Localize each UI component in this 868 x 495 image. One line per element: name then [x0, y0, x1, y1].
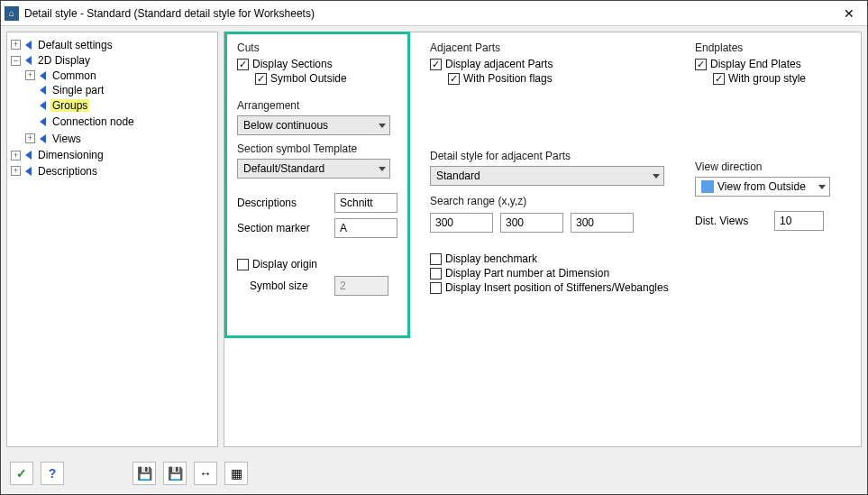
- search-range-row: [430, 213, 673, 233]
- with-position-flags-row: With Position flags: [448, 72, 673, 85]
- display-adjacent-checkbox[interactable]: [430, 59, 442, 70]
- display-endplates-checkbox[interactable]: [695, 59, 707, 70]
- benchmark-group: Display benchmark Display Part number at…: [430, 252, 673, 294]
- grid-button[interactable]: ▦: [224, 462, 248, 485]
- tree-label: Dimensioning: [36, 149, 105, 161]
- adjacent-group: Adjacent Parts Display adjacent Parts Wi…: [430, 41, 673, 233]
- expand-placeholder: [25, 85, 35, 95]
- save-all-button[interactable]: 💾: [163, 462, 187, 485]
- app-icon: ⌂: [5, 6, 19, 21]
- endplates-group: Endplates Display End Plates With group …: [695, 41, 848, 85]
- expand-icon[interactable]: +: [25, 70, 35, 80]
- chevron-down-icon: [653, 174, 660, 179]
- settings-tree: + Default settings – 2D Display: [9, 36, 215, 179]
- adjacent-style-combo[interactable]: Standard: [430, 166, 664, 186]
- dist-views-label: Dist. Views: [695, 215, 767, 227]
- node-arrow-icon: [25, 56, 32, 65]
- tree-item-dimensioning[interactable]: + Dimensioning: [11, 149, 105, 161]
- chevron-down-icon: [818, 185, 826, 189]
- dialog-window: ⌂ Detail style - Standard (Standard deta…: [0, 0, 868, 495]
- display-endplates-label: Display End Plates: [710, 58, 801, 70]
- section-marker-input[interactable]: [334, 218, 397, 238]
- tree-item-default-settings[interactable]: + Default settings: [11, 39, 114, 51]
- section-marker-label: Section marker: [237, 222, 327, 234]
- tree-item-common[interactable]: + Common: [25, 69, 98, 82]
- display-endplates-row: Display End Plates: [695, 58, 848, 70]
- help-button[interactable]: ?: [41, 462, 64, 485]
- view-direction-value: View from Outside: [717, 180, 806, 193]
- expand-placeholder: [25, 116, 35, 126]
- display-insert-label: Display Insert position of Stiffeners/We…: [445, 281, 669, 294]
- tree-label: Default settings: [36, 39, 114, 51]
- save-button[interactable]: 💾: [132, 462, 156, 485]
- display-insert-row: Display Insert position of Stiffeners/We…: [430, 281, 673, 294]
- node-arrow-icon: [40, 101, 46, 110]
- ok-button[interactable]: ✓: [10, 462, 33, 485]
- dist-views-row: Dist. Views: [695, 211, 848, 231]
- tree-item-2d-display[interactable]: – 2D Display: [11, 54, 92, 67]
- symbol-size-label: Symbol size: [237, 280, 327, 292]
- view-icon: [701, 180, 714, 193]
- expand-icon[interactable]: +: [11, 151, 21, 160]
- node-arrow-icon: [40, 134, 46, 143]
- search-z-input[interactable]: [571, 213, 634, 233]
- dist-views-input[interactable]: [774, 211, 824, 231]
- display-insert-checkbox[interactable]: [430, 282, 442, 294]
- adjacent-style-label: Detail style for adjacent Parts: [430, 150, 673, 162]
- tree-label: Common: [50, 69, 98, 82]
- section-template-value: Default/Standard: [243, 162, 324, 175]
- with-group-style-checkbox[interactable]: [713, 73, 725, 85]
- display-benchmark-label: Display benchmark: [445, 252, 537, 265]
- chevron-down-icon: [379, 124, 386, 128]
- symbol-size-input: [334, 276, 388, 296]
- display-sections-checkbox[interactable]: [237, 59, 249, 70]
- display-partnum-label: Display Part number at Dimension: [445, 267, 609, 280]
- node-arrow-icon: [25, 151, 32, 160]
- search-x-input[interactable]: [430, 213, 493, 233]
- symbol-size-row: Symbol size: [237, 276, 408, 296]
- tree-label: Groups: [50, 99, 89, 112]
- origin-group: Display origin Symbol size: [237, 258, 408, 296]
- with-position-flags-label: With Position flags: [463, 72, 553, 85]
- tree-label: 2D Display: [36, 54, 92, 67]
- search-y-input[interactable]: [500, 213, 563, 233]
- tree-label: Single part: [50, 84, 105, 96]
- swap-button[interactable]: ↔: [194, 462, 217, 485]
- section-template-combo[interactable]: Default/Standard: [237, 159, 390, 179]
- display-benchmark-row: Display benchmark: [430, 252, 673, 265]
- node-arrow-icon: [25, 41, 32, 50]
- with-position-flags-checkbox[interactable]: [448, 73, 460, 85]
- tree-item-views[interactable]: + Views: [25, 133, 83, 145]
- search-range-label: Search range (x,y,z): [430, 195, 673, 207]
- collapse-icon[interactable]: –: [11, 56, 21, 66]
- tree-item-connection-node[interactable]: Connection node: [25, 115, 136, 128]
- arrangement-value: Below continuous: [243, 119, 328, 132]
- display-adjacent-row: Display adjacent Parts: [430, 58, 673, 70]
- adjacent-title: Adjacent Parts: [430, 41, 673, 54]
- expand-icon[interactable]: +: [25, 133, 35, 143]
- titlebar: ⌂ Detail style - Standard (Standard deta…: [1, 1, 867, 26]
- with-group-style-row: With group style: [713, 72, 848, 85]
- footer-toolbar: ✓ ? 💾 💾 ↔ ▦: [1, 453, 867, 494]
- node-arrow-icon: [40, 86, 46, 95]
- expand-icon[interactable]: +: [11, 166, 21, 176]
- symbol-outside-checkbox[interactable]: [255, 73, 267, 85]
- view-direction-combo[interactable]: View from Outside: [695, 177, 830, 197]
- close-button[interactable]: ✕: [835, 3, 863, 24]
- display-adjacent-label: Display adjacent Parts: [445, 58, 553, 70]
- expand-icon[interactable]: +: [11, 40, 21, 50]
- tree-item-descriptions[interactable]: + Descriptions: [11, 165, 99, 178]
- tree-item-single-part[interactable]: Single part: [25, 84, 105, 96]
- display-partnum-checkbox[interactable]: [430, 268, 442, 280]
- chevron-down-icon: [379, 167, 386, 171]
- display-origin-checkbox[interactable]: [237, 259, 249, 270]
- node-arrow-icon: [25, 167, 32, 176]
- descriptions-label: Descriptions: [237, 197, 327, 209]
- cuts-group: Cuts Display Sections Symbol Outside Arr…: [237, 41, 408, 238]
- node-arrow-icon: [40, 71, 46, 80]
- display-benchmark-checkbox[interactable]: [430, 253, 442, 265]
- descriptions-input[interactable]: [334, 193, 397, 213]
- display-sections-row: Display Sections: [237, 58, 408, 70]
- arrangement-combo[interactable]: Below continuous: [237, 115, 390, 135]
- tree-item-groups[interactable]: Groups: [25, 99, 89, 112]
